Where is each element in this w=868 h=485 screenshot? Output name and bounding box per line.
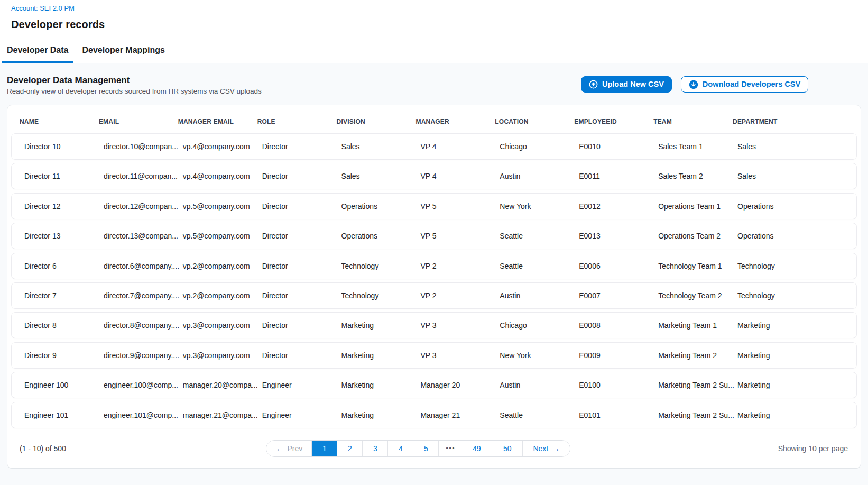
account-breadcrumb-link[interactable]: Account: SEI 2.0 PM — [11, 4, 857, 12]
table-cell: Engineer 100 — [16, 381, 95, 389]
table-cell: Engineer — [254, 381, 333, 389]
table-cell: Chicago — [491, 321, 570, 330]
table-cell: Marketing — [729, 381, 856, 389]
upload-circle-icon — [589, 80, 598, 89]
column-header: LOCATION — [486, 118, 566, 125]
table-cell: Sales — [729, 142, 856, 151]
table-cell: Technology Team 1 — [650, 262, 729, 270]
column-header: TEAM — [645, 118, 724, 125]
table-cell: Operations — [729, 232, 856, 240]
table-cell: Marketing — [333, 411, 412, 419]
table-cell: E0006 — [570, 262, 650, 270]
table-cell: Manager 21 — [412, 411, 491, 419]
download-circle-icon — [689, 80, 698, 89]
pager-page-5[interactable]: 5 — [413, 441, 439, 456]
table-wrap: NAMEEMAILMANAGER EMAILROLEDIVISIONMANAGE… — [7, 105, 861, 432]
table-cell: Marketing — [333, 381, 412, 389]
table-cell: vp.4@company.com — [174, 142, 254, 151]
upload-button-label: Upload New CSV — [602, 80, 664, 88]
left-arrow-icon: ← — [275, 444, 283, 452]
table-cell: vp.3@company.com — [174, 321, 254, 330]
upload-new-csv-button[interactable]: Upload New CSV — [581, 76, 672, 93]
pager-page-50[interactable]: 50 — [492, 441, 523, 456]
table-cell: Austin — [491, 291, 570, 300]
table-cell: manager.20@compa... — [174, 381, 254, 389]
table-cell: Sales — [729, 172, 856, 180]
table-cell: Marketing — [729, 351, 856, 360]
table-cell: E0101 — [570, 411, 650, 419]
table-cell: Sales — [333, 172, 412, 180]
table-row[interactable]: Engineer 100engineer.100@comp...manager.… — [11, 372, 857, 398]
column-header: EMPLOYEEID — [566, 118, 645, 125]
tab-developer-data[interactable]: Developer Data — [2, 36, 73, 63]
pager-ellipsis: ••• — [439, 441, 461, 456]
column-header: EMAIL — [90, 118, 170, 125]
table-cell: director.12@compan... — [95, 202, 174, 211]
table-row[interactable]: Director 12director.12@compan...vp.5@com… — [11, 193, 857, 219]
pager-page-3[interactable]: 3 — [363, 441, 388, 456]
table-cell: Technology — [729, 291, 856, 300]
table-row[interactable]: Director 7director.7@company....vp.2@com… — [11, 282, 857, 309]
table-cell: vp.5@company.com — [174, 232, 254, 240]
table-row[interactable]: Director 9director.9@company....vp.3@com… — [11, 342, 857, 369]
table-cell: Director 8 — [16, 321, 95, 330]
table-body: Director 10director.10@compan...vp.4@com… — [11, 133, 857, 428]
table-cell: Austin — [491, 172, 570, 180]
table-cell: Director 10 — [16, 142, 95, 151]
table-cell: vp.2@company.com — [174, 262, 254, 270]
table-cell: Marketing — [333, 351, 412, 360]
tab-developer-mappings[interactable]: Developer Mappings — [78, 36, 170, 63]
table-header-row: NAMEEMAILMANAGER EMAILROLEDIVISIONMANAGE… — [11, 105, 857, 133]
table-footer: (1 - 10) of 500 ←Prev12345•••4950Next→ S… — [7, 432, 861, 468]
pager-next-button[interactable]: Next→ — [523, 441, 570, 456]
pager-page-2[interactable]: 2 — [337, 441, 363, 456]
table-cell: Operations — [333, 232, 412, 240]
table-row[interactable]: Director 10director.10@compan...vp.4@com… — [11, 133, 857, 160]
table-cell: VP 4 — [412, 172, 491, 180]
table-row[interactable]: Director 13director.13@compan...vp.5@com… — [11, 223, 857, 249]
table-cell: VP 5 — [412, 232, 491, 240]
pager-prev-button[interactable]: ←Prev — [266, 441, 312, 456]
table-cell: E0008 — [570, 321, 650, 330]
table-cell: New York — [491, 202, 570, 211]
table-cell: director.9@company.... — [95, 351, 174, 360]
page-title: Developer records — [11, 18, 857, 31]
table-row[interactable]: Director 8director.8@company....vp.3@com… — [11, 312, 857, 338]
table-cell: Director 12 — [16, 202, 95, 211]
table-cell: Technology Team 2 — [650, 291, 729, 300]
table-cell: Director 7 — [16, 291, 95, 300]
table-cell: Operations Team 1 — [650, 202, 729, 211]
table-cell: E0007 — [570, 291, 650, 300]
table-cell: Director — [254, 321, 333, 330]
column-header: MANAGER EMAIL — [170, 118, 249, 125]
download-developers-csv-button[interactable]: Download Developers CSV — [681, 76, 808, 93]
table-row[interactable]: Engineer 101engineer.101@comp...manager.… — [11, 402, 857, 428]
table-cell: E0013 — [570, 232, 650, 240]
table-cell: Director — [254, 202, 333, 211]
column-header: DEPARTMENT — [724, 118, 857, 125]
table-row[interactable]: Director 11director.11@compan...vp.4@com… — [11, 163, 857, 189]
table-cell: Marketing Team 2 Su... — [650, 411, 729, 419]
pagination-range-label: (1 - 10) of 500 — [20, 444, 66, 453]
download-button-label: Download Developers CSV — [703, 80, 800, 88]
table-cell: Technology — [333, 291, 412, 300]
developer-table-card: NAMEEMAILMANAGER EMAILROLEDIVISIONMANAGE… — [7, 105, 861, 469]
pagination-control: ←Prev12345•••4950Next→ — [266, 440, 570, 457]
pager-zone: ←Prev12345•••4950Next→ — [66, 440, 778, 457]
table-cell: Marketing — [729, 411, 856, 419]
table-cell: E0100 — [570, 381, 650, 389]
table-cell: Director — [254, 262, 333, 270]
table-cell: Sales Team 2 — [650, 172, 729, 180]
table-cell: director.6@company.... — [95, 262, 174, 270]
pager-page-1[interactable]: 1 — [312, 441, 337, 456]
table-cell: VP 2 — [412, 291, 491, 300]
table-row[interactable]: Director 6director.6@company....vp.2@com… — [11, 253, 857, 279]
pager-page-49[interactable]: 49 — [461, 441, 492, 456]
table-cell: vp.3@company.com — [174, 351, 254, 360]
table-cell: Operations — [333, 202, 412, 211]
pager-page-4[interactable]: 4 — [388, 441, 413, 456]
table-cell: E0009 — [570, 351, 650, 360]
page-header: Account: SEI 2.0 PM Developer records — [0, 0, 868, 31]
table-cell: Marketing Team 2 — [650, 351, 729, 360]
table-cell: VP 3 — [412, 351, 491, 360]
